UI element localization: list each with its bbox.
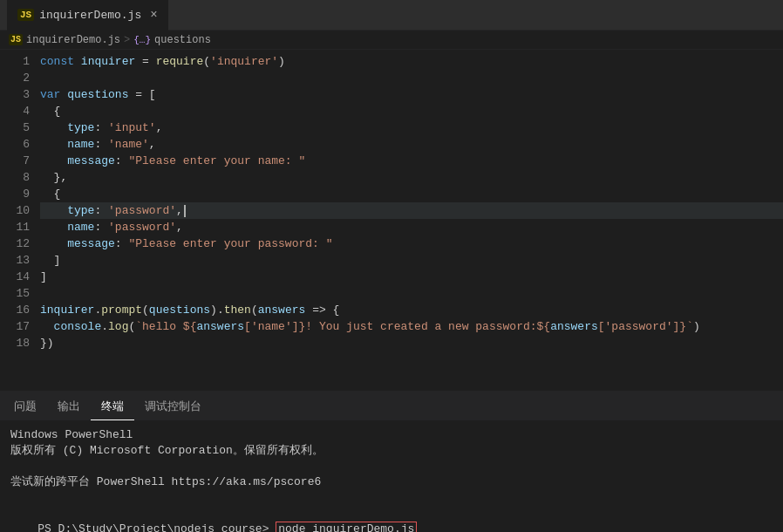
title-bar: JS inquirerDemo.js ×: [0, 0, 783, 31]
line-numbers: 1 2 3 4 5 6 7 8 9 10 11 12 13 14 15 16 1…: [0, 50, 37, 390]
code-line-3: var questions = [: [40, 86, 783, 103]
term-line-3: [10, 459, 773, 474]
code-content[interactable]: const inquirer = require('inquirer') var…: [37, 50, 783, 390]
code-line-2: [40, 70, 783, 86]
tab-debug-console[interactable]: 调试控制台: [134, 393, 212, 420]
term-line-2: 版权所有 (C) Microsoft Corporation。保留所有权利。: [10, 443, 773, 459]
code-line-12: message: "Please enter your password: ": [40, 235, 783, 252]
breadcrumb-sep: >: [124, 34, 130, 46]
code-line-5: type: 'input',: [40, 119, 783, 136]
code-line-16: inquirer.prompt(questions).then(answers …: [40, 302, 783, 318]
code-line-8: },: [40, 169, 783, 186]
tab-close-button[interactable]: ×: [150, 8, 157, 22]
code-line-7: message: "Please enter your name: ": [40, 153, 783, 169]
code-line-17: console.log(`hello ${answers['name']}! Y…: [40, 318, 783, 335]
code-line-18: }): [40, 335, 783, 351]
term-command: node inquirerDemo.js: [276, 522, 417, 532]
code-line-10: type: 'password',: [40, 202, 783, 219]
code-line-4: {: [40, 103, 783, 119]
code-line-14: ]: [40, 269, 783, 285]
code-line-6: name: 'name',: [40, 136, 783, 153]
term-line-5: [10, 490, 773, 506]
tab-label: inquirerDemo.js: [39, 9, 141, 22]
code-line-9: {: [40, 186, 783, 202]
breadcrumb-symbol-icon: {…}: [133, 35, 151, 45]
code-line-1: const inquirer = require('inquirer'): [40, 53, 783, 70]
term-line-1: Windows PowerShell: [10, 427, 773, 443]
tab-problems[interactable]: 问题: [3, 393, 47, 420]
js-file-icon: JS: [17, 9, 34, 21]
code-editor[interactable]: 1 2 3 4 5 6 7 8 9 10 11 12 13 14 15 16 1…: [0, 50, 783, 390]
code-line-15: [40, 285, 783, 302]
code-line-11: name: 'password',: [40, 219, 783, 235]
tab-output[interactable]: 输出: [47, 393, 91, 420]
panel-tabs: 问题 输出 终端 调试控制台: [0, 390, 783, 420]
code-line-13: ]: [40, 252, 783, 269]
breadcrumb-symbol: questions: [154, 34, 211, 46]
term-line-6: PS D:\Study\Project\nodejs_course> node …: [10, 506, 773, 532]
term-line-4: 尝试新的跨平台 PowerShell https://aka.ms/pscore…: [10, 474, 773, 490]
terminal-panel[interactable]: Windows PowerShell 版权所有 (C) Microsoft Co…: [0, 420, 783, 532]
tab-terminal[interactable]: 终端: [91, 393, 134, 420]
editor-tab[interactable]: JS inquirerDemo.js ×: [7, 0, 168, 31]
term-prompt: PS D:\Study\Project\nodejs_course>: [37, 522, 276, 532]
breadcrumb-js-icon: JS: [9, 34, 23, 45]
breadcrumb: JS inquirerDemo.js > {…} questions: [0, 31, 783, 50]
breadcrumb-filename: inquirerDemo.js: [26, 34, 120, 46]
